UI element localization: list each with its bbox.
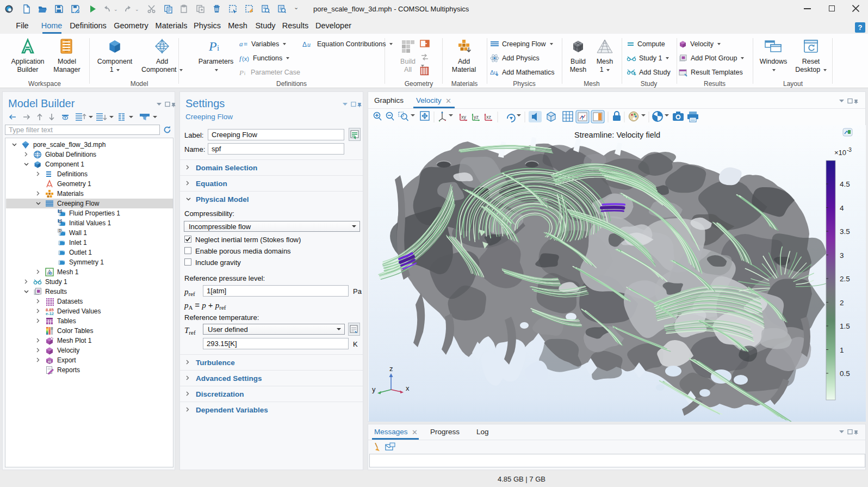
svg-text:xy: xy [461, 114, 467, 120]
svg-text:-3: -3 [847, 147, 852, 153]
svg-text:D: D [59, 229, 61, 232]
svg-text:4: 4 [840, 204, 844, 212]
svg-text:u: u [307, 41, 311, 48]
svg-text:0.5: 0.5 [840, 369, 850, 378]
svg-text:(x): (x) [242, 56, 249, 62]
svg-text:P: P [239, 69, 244, 76]
svg-text:D: D [59, 209, 61, 213]
svg-text:=: = [244, 40, 247, 48]
svg-text:xz: xz [486, 114, 492, 120]
svg-text:i: i [217, 44, 219, 52]
svg-text:59: 59 [48, 360, 51, 363]
svg-text:y: y [372, 385, 376, 393]
svg-text:D: D [59, 219, 61, 223]
svg-text:2.5: 2.5 [840, 275, 850, 283]
svg-text:e-12: e-12 [46, 311, 54, 316]
svg-text:x: x [406, 384, 410, 392]
svg-text:yz: yz [474, 114, 479, 120]
svg-text:Δ: Δ [302, 41, 307, 48]
svg-text:a: a [239, 40, 243, 48]
svg-text:z: z [389, 365, 393, 373]
svg-text:2: 2 [840, 299, 844, 307]
svg-text:1.5: 1.5 [840, 322, 850, 330]
svg-text:i: i [244, 71, 245, 76]
svg-text:3.5: 3.5 [840, 227, 850, 236]
svg-text:3: 3 [840, 251, 844, 260]
svg-text:P: P [208, 39, 217, 53]
svg-text:1: 1 [840, 346, 844, 354]
svg-text:4.5: 4.5 [840, 180, 850, 188]
svg-text:Streamline: Velocity field: Streamline: Velocity field [574, 131, 660, 139]
svg-text:×10: ×10 [834, 149, 846, 157]
